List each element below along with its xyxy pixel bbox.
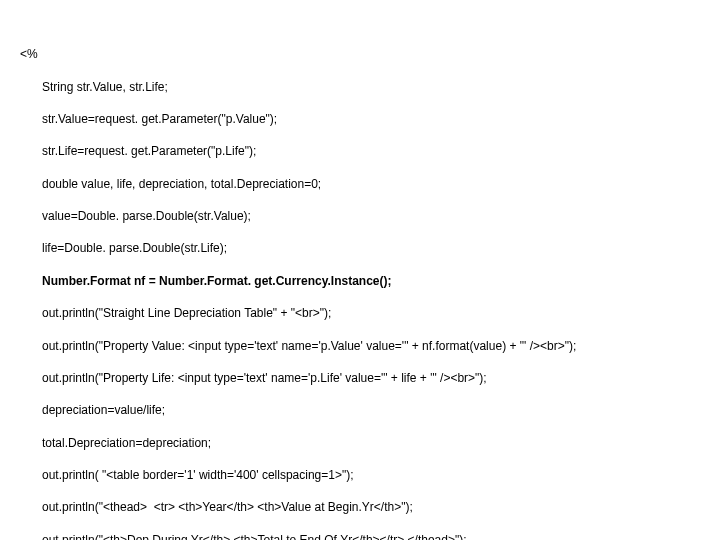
code-line: out.println("<thead> <tr> <th>Year</th> … bbox=[20, 499, 700, 515]
code-line: str.Value=request. get.Parameter("p.Valu… bbox=[20, 111, 700, 127]
code-line: out.println( "<table border='1' width='4… bbox=[20, 467, 700, 483]
code-line: out.println("<th>Dep During Yr</th> <th>… bbox=[20, 532, 700, 540]
code-line: depreciation=value/life; bbox=[20, 402, 700, 418]
code-line: out.println("Property Life: <input type=… bbox=[20, 370, 700, 386]
code-line: <% bbox=[20, 46, 700, 62]
code-line: out.println("Property Value: <input type… bbox=[20, 338, 700, 354]
code-line: total.Depreciation=depreciation; bbox=[20, 435, 700, 451]
code-block: <% String str.Value, str.Life; str.Value… bbox=[0, 0, 720, 540]
code-line-bold: Number.Format nf = Number.Format. get.Cu… bbox=[20, 273, 700, 289]
code-line: value=Double. parse.Double(str.Value); bbox=[20, 208, 700, 224]
code-line: double value, life, depreciation, total.… bbox=[20, 176, 700, 192]
code-line: str.Life=request. get.Parameter("p.Life"… bbox=[20, 143, 700, 159]
code-line: life=Double. parse.Double(str.Life); bbox=[20, 240, 700, 256]
code-line: out.println("Straight Line Depreciation … bbox=[20, 305, 700, 321]
code-line: String str.Value, str.Life; bbox=[20, 79, 700, 95]
